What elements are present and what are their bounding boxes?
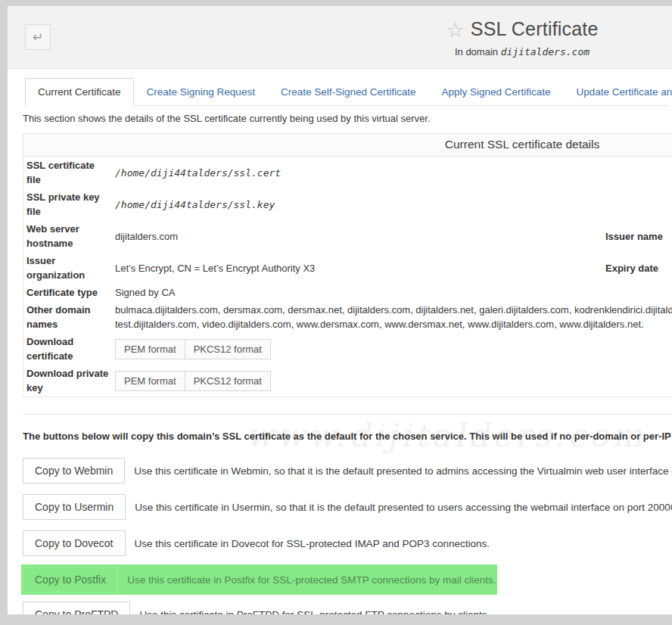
section-divider	[23, 414, 672, 415]
row-label: Download private key	[23, 365, 113, 397]
certificate-details-table: Current SSL certificate details SSL cert…	[23, 133, 672, 397]
table-row: SSL certificate file /home/diji44talders…	[23, 157, 672, 189]
ssl-cert-file-path: /home/diji44talders/ssl.cert	[112, 157, 672, 189]
table-row: SSL private key file /home/diji44talders…	[23, 188, 672, 220]
domain-name: dijitalders.com	[501, 46, 590, 58]
postfix-description: Use this certificate in Postfix for SSL-…	[127, 574, 496, 586]
tab-current-certificate[interactable]: Current Certificate	[25, 78, 134, 106]
tab-bar: Current Certificate Create Signing Reque…	[25, 78, 668, 106]
webmin-description: Use this certificate in Webmin, so that …	[134, 465, 672, 477]
copy-postfix-row-highlighted: Copy to Postfix Use this certificate in …	[21, 564, 497, 595]
table-row: Download certificate PEM format PKCS12 f…	[23, 333, 672, 365]
page-subtitle: In domain dijitalders.com	[371, 46, 672, 58]
proftpd-description: Use this certificate in ProFTPD for SSL-…	[139, 609, 490, 615]
table-title: Current SSL certificate details	[23, 134, 672, 157]
main-content: This section shows the details of the SS…	[8, 113, 672, 614]
copy-to-proftpd-button[interactable]: Copy to ProFTPD	[23, 602, 130, 614]
row-label: SSL private key file	[23, 188, 113, 220]
copy-to-webmin-button[interactable]: Copy to Webmin	[23, 458, 125, 484]
domains-line-2: test.dijitalders.com, video.dijitalders.…	[115, 317, 672, 331]
issuer-organization: Let’s Encrypt, CN = Let’s Encrypt Author…	[112, 252, 602, 284]
copy-to-usermin-button[interactable]: Copy to Usermin	[23, 494, 126, 520]
usermin-description: Use this certificate in Usermin, so that…	[135, 502, 672, 513]
row-label: Issuer name	[602, 220, 672, 252]
copy-usermin-row: Copy to Usermin Use this certificate in …	[23, 494, 672, 520]
title-block: ☆SSL Certificate In domain dijitalders.c…	[371, 18, 672, 58]
copy-to-dovecot-button[interactable]: Copy to Dovecot	[23, 530, 126, 556]
download-cert-pkcs12-button[interactable]: PKCS12 format	[185, 339, 271, 359]
copy-section-description: The buttons below will copy this domain’…	[23, 431, 672, 442]
download-cert-pem-button[interactable]: PEM format	[115, 339, 185, 359]
download-key-pem-button[interactable]: PEM format	[115, 371, 185, 391]
download-key-buttons: PEM format PKCS12 format	[115, 371, 271, 391]
web-server-hostname: dijitalders.com	[112, 220, 602, 252]
row-label: Expiry date	[602, 252, 672, 284]
tab-create-signing-request[interactable]: Create Signing Request	[134, 79, 268, 105]
page-title: SSL Certificate	[471, 18, 599, 39]
other-domain-names: bulmaca.dijitalders.com, dersmax.com, de…	[112, 301, 672, 333]
section-description: This section shows the details of the SS…	[23, 113, 672, 124]
table-row: Web server hostname dijitalders.com Issu…	[23, 220, 672, 252]
table-row: Issuer organization Let’s Encrypt, CN = …	[23, 252, 672, 284]
copy-proftpd-row: Copy to ProFTPD Use this certificate in …	[23, 602, 672, 614]
copy-to-postfix-button[interactable]: Copy to Postfix	[23, 567, 118, 592]
row-label: Certificate type	[23, 284, 113, 301]
table-row: Other domain names bulmaca.dijitalders.c…	[23, 301, 672, 333]
back-button[interactable]: ↵	[25, 24, 51, 50]
subtitle-prefix: In domain	[455, 46, 501, 58]
tab-apply-signed-certificate[interactable]: Apply Signed Certificate	[428, 79, 563, 105]
row-label: Web server hostname	[23, 220, 113, 252]
download-key-pkcs12-button[interactable]: PKCS12 format	[185, 371, 271, 391]
table-row: Certificate type Signed by CA	[23, 284, 672, 301]
content-panel: ↵ ☆SSL Certificate In domain dijitalders…	[8, 6, 672, 614]
tab-create-self-signed-certificate[interactable]: Create Self-Signed Certificate	[268, 79, 429, 105]
row-label: Download certificate	[23, 333, 113, 365]
table-row: Download private key PEM format PKCS12 f…	[23, 365, 672, 397]
row-label: SSL certificate file	[23, 157, 113, 189]
domains-line-1: bulmaca.dijitalders.com, dersmax.com, de…	[115, 303, 672, 317]
row-label: Other domain names	[23, 301, 113, 333]
return-arrow-icon: ↵	[33, 30, 43, 45]
tab-update-certificate-and-key[interactable]: Update Certificate and Key	[564, 79, 672, 105]
ssl-key-file-path: /home/diji44talders/ssl.key	[112, 188, 672, 220]
copy-webmin-row: Copy to Webmin Use this certificate in W…	[23, 458, 672, 484]
certificate-type: Signed by CA	[112, 284, 672, 301]
star-icon[interactable]: ☆	[446, 19, 464, 42]
copy-dovecot-row: Copy to Dovecot Use this certificate in …	[23, 530, 672, 556]
download-certificate-buttons: PEM format PKCS12 format	[115, 339, 271, 359]
page-header: ↵ ☆SSL Certificate In domain dijitalders…	[8, 6, 672, 69]
dovecot-description: Use this certificate in Dovecot for SSL-…	[135, 538, 490, 549]
row-label: Issuer organization	[23, 252, 113, 284]
